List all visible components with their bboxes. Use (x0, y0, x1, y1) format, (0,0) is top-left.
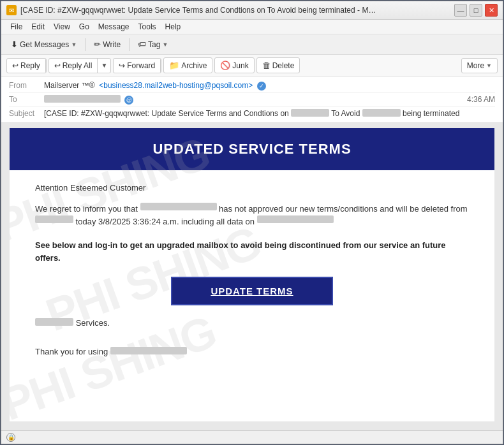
to-label: To (9, 95, 44, 104)
menu-tools[interactable]: Tools (135, 21, 160, 33)
junk-button[interactable]: 🚫 Junk (214, 57, 254, 73)
get-messages-label: Get Messages (20, 40, 69, 49)
email-paragraph: We regret to inform you that has not app… (35, 203, 469, 230)
status-bar: 🔒 (1, 430, 503, 444)
window-controls: — □ ✕ (454, 4, 498, 17)
cta-container: UPDATE TERMS (35, 277, 469, 305)
write-label: Write (103, 40, 121, 49)
verified-icon: ✓ (257, 82, 266, 91)
more-button[interactable]: More ▼ (461, 58, 498, 73)
email-inner-content: Attention Esteemed Customer We regret to… (10, 170, 494, 370)
reply-icon: ↩ (12, 61, 19, 70)
to-row: To @ 4:36 AM (9, 93, 495, 107)
more-dropdown-icon: ▼ (486, 62, 492, 69)
from-label: From (9, 81, 44, 90)
to-verified-icon: @ (124, 96, 133, 105)
from-name: Mailserver ™® (44, 81, 95, 90)
subject-blurred-1 (291, 109, 329, 117)
maximize-button[interactable]: □ (470, 4, 482, 17)
archive-label: Archive (181, 61, 207, 70)
email-content-area[interactable]: PHI SHING PHI SHING PHI SHING UPDATED SE… (1, 123, 503, 430)
minimize-button[interactable]: — (454, 4, 467, 17)
menu-bar: File Edit View Go Message Tools Help (1, 20, 503, 34)
window-title: [CASE ID: #ZXW-gqqwqrwwet: Update Servic… (20, 6, 378, 15)
email-body: PHI SHING PHI SHING PHI SHING UPDATED SE… (10, 128, 494, 421)
menu-file[interactable]: File (6, 21, 26, 33)
email-signature: Thank you for using (35, 340, 469, 356)
signature-blurred (110, 347, 187, 354)
app-icon: ✉ (6, 5, 17, 15)
reply-all-button[interactable]: ↩ Reply All (49, 59, 98, 73)
main-window: ✉ [CASE ID: #ZXW-gqqwqrwwet: Update Serv… (1, 1, 503, 444)
reply-all-label: Reply All (63, 61, 93, 70)
toolbar-separator-2 (129, 38, 130, 51)
forward-label: Forward (127, 61, 155, 70)
reply-all-dropdown[interactable]: ▼ (98, 59, 110, 71)
forward-split-button: ↪ Forward (113, 58, 161, 73)
get-messages-button[interactable]: ⬇ Get Messages ▼ (6, 37, 81, 52)
reply-split-button: ↩ Reply (6, 58, 47, 73)
email-timestamp: 4:36 AM (467, 95, 495, 104)
subject-label: Subject (9, 109, 44, 118)
connection-status-icon: 🔒 (6, 433, 15, 442)
update-terms-label: UPDATE TERMS (211, 286, 293, 296)
from-value: Mailserver ™® <business28.mail2web-hosti… (44, 81, 495, 91)
reply-label: Reply (20, 61, 40, 70)
dropdown-icon: ▼ (71, 41, 77, 48)
download-icon: ⬇ (11, 40, 18, 49)
trash-icon: 🗑 (262, 61, 271, 70)
tag-label: Tag (148, 40, 160, 49)
subject-blurred-2 (362, 109, 401, 117)
email-footer-line: Services. (35, 318, 469, 328)
banner-title: UPDATED SERVICE TERMS (22, 141, 482, 157)
menu-edit[interactable]: Edit (27, 21, 48, 33)
toolbar-separator-1 (85, 38, 85, 51)
email-banner: UPDATED SERVICE TERMS (10, 128, 494, 170)
redacted-domain (257, 215, 334, 223)
more-label: More (467, 61, 484, 70)
forward-icon: ↪ (119, 61, 125, 70)
email-notice: See below and log-in to get an upgraded … (35, 239, 469, 264)
menu-message[interactable]: Message (94, 21, 133, 33)
update-terms-button[interactable]: UPDATE TERMS (171, 277, 332, 305)
from-row: From Mailserver ™® <business28.mail2web-… (9, 79, 495, 93)
footer-blurred (35, 318, 73, 326)
menu-go[interactable]: Go (75, 21, 93, 33)
tag-icon: 🏷 (138, 40, 146, 49)
toolbar: ⬇ Get Messages ▼ ✏ Write 🏷 Tag ▼ (1, 34, 503, 55)
menu-view[interactable]: View (50, 21, 74, 33)
redacted-name (140, 203, 217, 210)
from-email[interactable]: <business28.mail2web-hosting@pqsoil.com> (99, 81, 253, 90)
forward-button[interactable]: ↪ Forward (114, 59, 161, 73)
to-value: @ (44, 95, 467, 105)
reply-button[interactable]: ↩ Reply (7, 59, 46, 73)
email-headers: From Mailserver ™® <business28.mail2web-… (1, 77, 503, 123)
redacted-org (35, 215, 73, 223)
email-greeting: Attention Esteemed Customer (35, 183, 469, 193)
pencil-icon: ✏ (94, 40, 101, 49)
reply-all-split-button: ↩ Reply All ▼ (48, 58, 112, 73)
subject-row: Subject [CASE ID: #ZXW-gqqwqrwwet: Updat… (9, 107, 495, 120)
tag-button[interactable]: 🏷 Tag ▼ (133, 37, 172, 52)
tag-dropdown-icon: ▼ (162, 41, 168, 48)
title-bar: ✉ [CASE ID: #ZXW-gqqwqrwwet: Update Serv… (1, 1, 503, 20)
subject-value: [CASE ID: #ZXW-gqqwqrwwet: Update Servic… (44, 109, 495, 118)
close-button[interactable]: ✕ (485, 4, 498, 17)
reply-all-icon: ↩ (54, 61, 61, 70)
write-button[interactable]: ✏ Write (89, 37, 125, 52)
to-address-blurred (44, 95, 121, 103)
junk-label: Junk (232, 61, 248, 70)
archive-icon: 📁 (169, 61, 179, 70)
menu-help[interactable]: Help (161, 21, 185, 33)
delete-button[interactable]: 🗑 Delete (256, 57, 300, 73)
delete-label: Delete (272, 61, 295, 70)
junk-icon: 🚫 (220, 61, 230, 70)
action-bar: ↩ Reply ↩ Reply All ▼ ↪ Forward 📁 Archiv… (1, 55, 503, 77)
archive-button[interactable]: 📁 Archive (163, 57, 212, 73)
